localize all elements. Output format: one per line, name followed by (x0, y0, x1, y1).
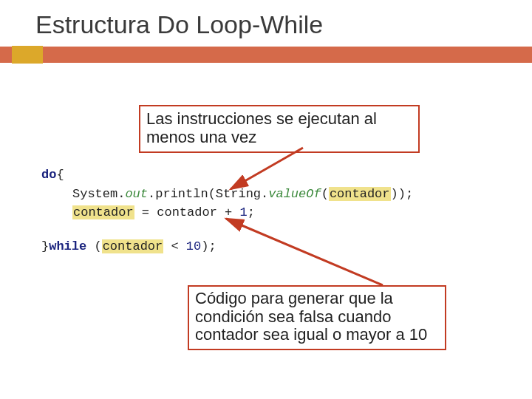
code-block: do{ System.out.println(String.valueOf(co… (41, 166, 413, 256)
code-line-3: contador = contador + 1; (41, 203, 413, 222)
tok-system: System. (72, 187, 125, 201)
tok-contador2: contador (72, 205, 134, 219)
tok-valueof: valueOf (268, 187, 321, 201)
code-line-2: System.out.println(String.valueOf(contad… (41, 185, 413, 204)
tok-lt: < (163, 239, 186, 253)
code-line-4: }while (contador < 10); (41, 237, 413, 256)
tok-semi: ; (248, 205, 255, 219)
tok-paren: ( (321, 187, 329, 201)
tok-one: 1 (239, 205, 247, 219)
keyword-do: do (41, 168, 56, 182)
tok-contador1: contador (329, 187, 391, 201)
slide-title: Estructura Do Loop-While (0, 0, 532, 47)
callout-bottom: Código para generar que la condición sea… (188, 285, 446, 350)
tok-contador3: contador (102, 239, 164, 253)
tok-ten: 10 (186, 239, 201, 253)
accent-bar (0, 47, 532, 63)
brace-close: } (41, 239, 49, 253)
blank-line (41, 222, 413, 237)
tok-end: ); (201, 239, 216, 253)
keyword-while: while (49, 239, 86, 253)
tok-println: .println(String. (148, 187, 268, 201)
accent-tab (12, 46, 43, 64)
tok-assign: = contador + (134, 205, 240, 219)
code-line-1: do{ (41, 166, 413, 185)
brace-open: { (56, 168, 64, 182)
tok-out: out (125, 187, 148, 201)
tok-endcall: )); (391, 187, 414, 201)
callout-top: Las instrucciones se ejecutan al menos u… (139, 105, 420, 153)
tok-paren2: ( (86, 239, 101, 253)
